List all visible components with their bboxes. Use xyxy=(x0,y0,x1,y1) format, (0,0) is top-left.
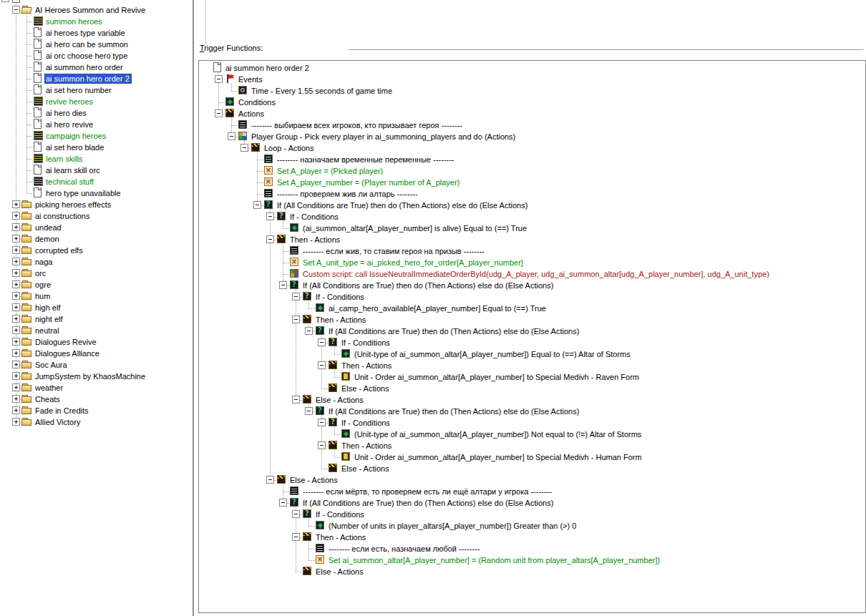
trigger-tree-row[interactable]: night elf xyxy=(0,313,192,325)
trigger-tree-row[interactable]: demon xyxy=(0,233,192,245)
trigger-tree-row[interactable]: hum xyxy=(0,290,192,302)
trigger-tree-row[interactable]: ai set hero blade xyxy=(0,142,192,153)
function-tree-row[interactable]: Events xyxy=(199,74,864,85)
function-tree-row[interactable]: If (All Conditions are True) then do (Th… xyxy=(199,200,864,211)
trigger-tree-row[interactable]: orc xyxy=(0,268,192,279)
panel-splitter[interactable] xyxy=(193,0,194,616)
expand-button[interactable] xyxy=(12,212,20,220)
collapse-button[interactable] xyxy=(318,441,326,449)
trigger-tree-row[interactable]: Dialogues Alliance xyxy=(0,348,192,359)
trigger-tree-row[interactable]: ai set hero number xyxy=(0,84,192,96)
function-tree-row[interactable]: -------- если есть, назначаем любой ----… xyxy=(199,543,864,554)
collapse-button[interactable] xyxy=(292,396,300,404)
collapse-button[interactable] xyxy=(279,281,287,289)
function-tree-row[interactable]: Then - Actions xyxy=(199,532,864,543)
trigger-tree-row[interactable]: corrupted elfs xyxy=(0,245,192,256)
collapse-button[interactable] xyxy=(292,293,300,300)
trigger-tree-row[interactable]: Soc Aura xyxy=(0,359,192,371)
collapse-button[interactable] xyxy=(305,327,313,335)
function-tree-row[interactable]: -------- назначаем временные переменные … xyxy=(199,154,864,165)
trigger-tree-row[interactable]: AI Heroes Summon and Revive xyxy=(0,4,192,16)
expand-button[interactable] xyxy=(12,406,20,414)
function-tree-row[interactable]: (ai_summon_altar[A_player_number] is ali… xyxy=(199,223,864,234)
trigger-tree-row[interactable]: Dialogues Revive xyxy=(0,336,192,348)
trigger-tree-row[interactable]: revive heroes xyxy=(0,96,192,107)
function-tree-row[interactable]: Set A_player_number = (Player number of … xyxy=(199,177,864,188)
function-tree-row[interactable]: Then - Actions xyxy=(199,234,864,245)
function-tree-row[interactable]: -------- проверяем жив ли алтарь -------… xyxy=(199,188,864,200)
trigger-tree-row[interactable]: ai constructions xyxy=(0,210,192,222)
expand-button[interactable] xyxy=(12,258,20,265)
function-tree-row[interactable]: -------- если мёртв, то проверяем есть л… xyxy=(199,486,864,497)
function-tree-row[interactable]: If (All Conditions are True) then do (Th… xyxy=(199,406,864,417)
function-tree-row[interactable]: If - Conditions xyxy=(199,211,864,223)
collapse-button[interactable] xyxy=(266,476,274,484)
function-tree-row[interactable]: If - Conditions xyxy=(199,509,864,520)
function-tree-row[interactable]: Then - Actions xyxy=(199,314,864,326)
function-tree-row[interactable]: Then - Actions xyxy=(199,360,864,371)
function-tree-row[interactable]: Player Group - Pick every player in ai_s… xyxy=(199,131,864,142)
function-tree-row[interactable]: Set ai_summon_altar[A_player_number] = (… xyxy=(199,554,864,566)
expand-button[interactable] xyxy=(12,315,20,323)
collapse-button[interactable] xyxy=(279,499,287,507)
function-tree-row[interactable]: Else - Actions xyxy=(199,474,864,486)
trigger-tree-row[interactable]: technical stuff xyxy=(0,176,192,187)
function-tree-row[interactable]: ai_camp_hero_available[A_player_number] … xyxy=(199,303,864,314)
collapse-button[interactable] xyxy=(253,201,261,209)
trigger-tree-row[interactable]: ai heroes type variable xyxy=(0,27,192,39)
collapse-button[interactable] xyxy=(215,75,223,83)
function-tree-row[interactable]: Actions xyxy=(199,108,864,119)
trigger-tree-row[interactable]: ai hero can be summon xyxy=(0,39,192,50)
function-tree-row[interactable]: Unit - Order ai_summon_altar[A_player_nu… xyxy=(199,451,864,463)
collapse-button[interactable] xyxy=(292,533,300,541)
function-tree-row[interactable]: Custom script: call IssueNeutralImmediat… xyxy=(199,268,864,280)
function-tree-row[interactable]: ai summon hero order 2 xyxy=(199,62,864,74)
function-tree-row[interactable]: If - Conditions xyxy=(199,291,864,303)
collapse-button[interactable] xyxy=(305,407,313,415)
trigger-tree-row[interactable]: naga xyxy=(0,256,192,268)
trigger-tree-row[interactable]: summon heroes xyxy=(0,16,192,27)
function-tree-row[interactable]: If - Conditions xyxy=(199,337,864,348)
trigger-tree-row[interactable]: picking heroes effects xyxy=(0,199,192,210)
trigger-tree-row[interactable]: weather xyxy=(0,382,192,393)
function-tree-row[interactable]: If (All Conditions are True) then do (Th… xyxy=(199,497,864,509)
function-tree-row[interactable]: (Unit-type of ai_summon_altar[A_player_n… xyxy=(199,348,864,360)
trigger-tree-row[interactable]: ai orc choose hero type xyxy=(0,50,192,62)
function-tree-row[interactable]: If (All Conditions are True) then do (Th… xyxy=(199,280,864,291)
trigger-tree-row[interactable]: high elf xyxy=(0,302,192,313)
trigger-tree-row[interactable]: JumpSystem by KhaosMachine xyxy=(0,371,192,382)
expand-button[interactable] xyxy=(12,326,20,334)
expand-button[interactable] xyxy=(12,418,20,426)
trigger-tree-row[interactable]: ai summon hero order xyxy=(0,62,192,73)
expand-button[interactable] xyxy=(12,303,20,311)
expand-button[interactable] xyxy=(12,200,20,208)
function-tree-row[interactable]: Time - Every 1.55 seconds of game time xyxy=(199,85,864,97)
expand-button[interactable] xyxy=(12,395,20,403)
function-tree-row[interactable]: Unit - Order ai_summon_altar[A_player_nu… xyxy=(199,371,864,383)
collapse-button[interactable] xyxy=(318,338,326,346)
collapse-button[interactable] xyxy=(228,132,235,140)
function-tree-row[interactable]: Set A_unit_type = ai_picked_hero_for_ord… xyxy=(199,257,864,268)
collapse-button[interactable] xyxy=(266,235,274,243)
trigger-tree-row[interactable]: learn skills xyxy=(0,153,192,165)
expand-button[interactable] xyxy=(12,269,20,277)
trigger-tree-row[interactable]: ai summon hero order 2 xyxy=(0,73,192,84)
expand-button[interactable] xyxy=(12,372,20,380)
trigger-tree-row[interactable]: Fade in Credits xyxy=(0,405,192,416)
trigger-tree-row[interactable]: undead xyxy=(0,222,192,233)
trigger-tree-row[interactable]: ai learn skill orc xyxy=(0,165,192,176)
expand-button[interactable] xyxy=(12,235,20,243)
trigger-tree-row[interactable]: ai hero dies xyxy=(0,107,192,119)
trigger-tree-row[interactable]: neutral xyxy=(0,325,192,336)
collapse-button[interactable] xyxy=(292,316,300,323)
function-tree-row[interactable]: If (All Conditions are True) then do (Th… xyxy=(199,326,864,337)
function-tree-row[interactable]: Else - Actions xyxy=(199,463,864,474)
function-tree-row[interactable]: Set A_player = (Picked player) xyxy=(199,165,864,177)
expand-button[interactable] xyxy=(12,349,20,357)
function-tree-row[interactable]: If - Conditions xyxy=(199,417,864,429)
collapse-button[interactable] xyxy=(292,510,300,518)
function-tree-row[interactable]: Else - Actions xyxy=(199,566,864,577)
function-tree-row[interactable]: -------- выбираем всех игроков, кто приз… xyxy=(199,119,864,131)
collapse-button[interactable] xyxy=(1,0,9,2)
function-tree-row[interactable]: Then - Actions xyxy=(199,440,864,451)
